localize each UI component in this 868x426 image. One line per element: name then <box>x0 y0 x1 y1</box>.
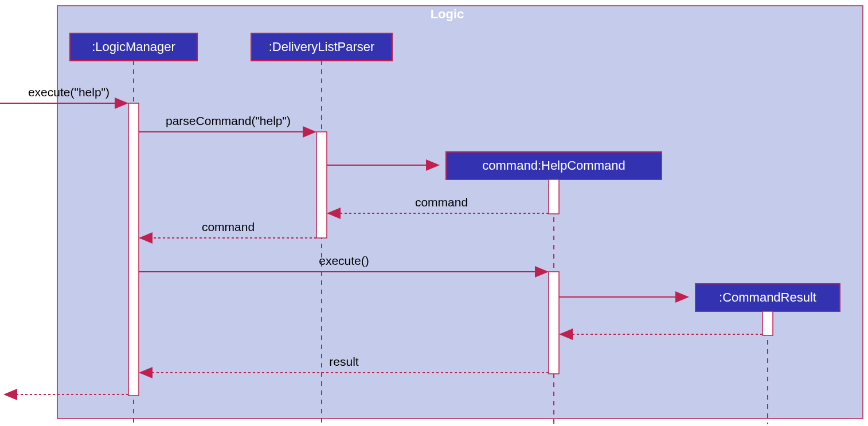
frame-title: Logic <box>431 7 464 21</box>
activation-deliverylistparser <box>316 132 327 238</box>
activation-logicmanager <box>128 103 139 396</box>
msg-command-2: command <box>202 220 255 233</box>
msg-parsecommand: parseCommand("help") <box>166 114 291 127</box>
msg-execute-help: execute("help") <box>28 85 110 99</box>
msg-result: result <box>329 355 359 368</box>
msg-command-1: command <box>415 196 468 209</box>
msg-execute: execute() <box>319 254 369 267</box>
participant-logicmanager-label: :LogicManager <box>92 40 175 54</box>
activation-commandresult <box>763 311 773 335</box>
participant-helpcommand-label: command:HelpCommand <box>482 158 625 173</box>
participant-deliverylistparser-label: :DeliveryListParser <box>269 40 375 54</box>
sequence-diagram: Logic :LogicManager :DeliveryListParser … <box>0 0 868 426</box>
logic-frame <box>57 6 863 419</box>
activation-helpcommand-1 <box>549 179 559 214</box>
activation-helpcommand-2 <box>549 272 559 374</box>
participant-commandresult-label: :CommandResult <box>719 290 816 304</box>
